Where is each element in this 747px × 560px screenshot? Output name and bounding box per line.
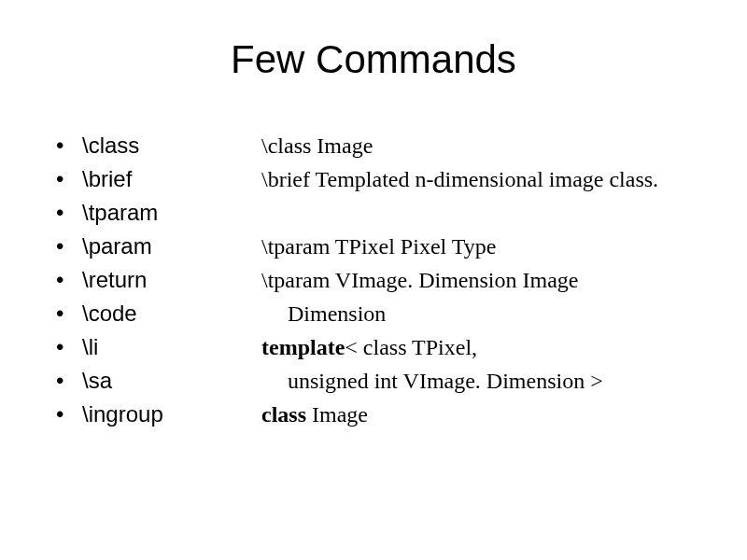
slide: Few Commands \class \brief \tparam \para… [0,0,747,560]
list-item: \return [56,263,252,297]
command-list: \class \brief \tparam \param \return \co… [56,129,252,431]
example-column: \class Image \brief Templated n-dimensio… [252,129,710,431]
template-params: < class TPixel, [345,335,477,359]
list-item: \brief [56,162,252,196]
keyword-class: class [261,402,312,427]
content-area: \class \brief \tparam \param \return \co… [37,119,710,431]
example-line: \tparam TPixel Pixel Type [261,230,710,263]
list-item: \param [56,230,252,263]
example-line: \tparam VImage. Dimension Image [261,263,710,297]
list-item: \li [56,330,252,364]
list-item: \class [56,129,252,162]
example-line: template< class TPixel, [261,330,710,364]
slide-title: Few Commands [37,37,710,82]
commands-column: \class \brief \tparam \param \return \co… [37,129,252,431]
example-line-indent: unsigned int VImage. Dimension > [261,364,710,398]
example-line: class Image [261,398,710,431]
example-line: \brief Templated n-dimensional image cla… [261,162,710,196]
spacer [261,196,710,230]
list-item: \sa [56,364,252,398]
keyword-template: template [261,335,345,359]
list-item: \ingroup [56,398,252,431]
list-item: \tparam [56,196,252,230]
class-name: Image [312,402,368,427]
example-line-indent: Dimension [261,297,710,330]
example-line: \class Image [261,129,710,162]
list-item: \code [56,297,252,330]
